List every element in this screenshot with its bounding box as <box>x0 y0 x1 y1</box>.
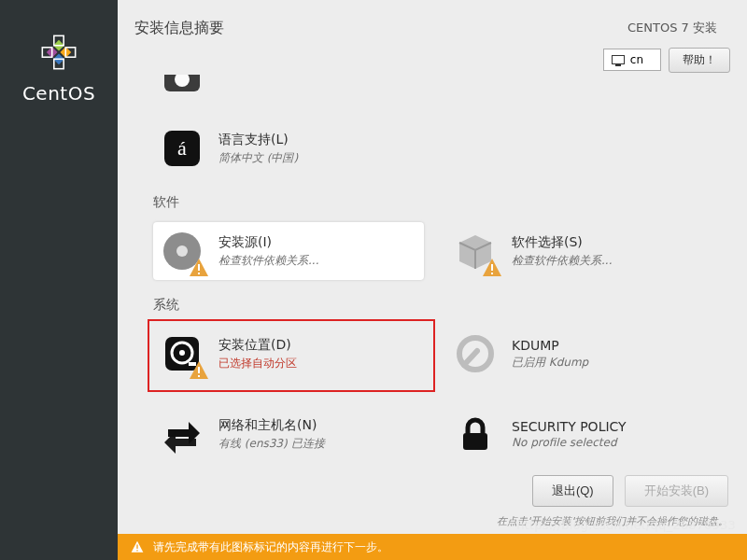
spoke-title: 网络和主机名(N) <box>218 417 325 434</box>
warning-text: 请先完成带有此图标标记的内容再进行下一步。 <box>153 539 388 555</box>
spoke-security-policy[interactable]: SECURITY POLICY No profile selected <box>446 405 717 463</box>
svg-rect-29 <box>463 433 487 450</box>
svg-line-28 <box>464 351 477 365</box>
help-button[interactable]: 帮助！ <box>669 48 730 73</box>
svg-rect-15 <box>198 264 200 271</box>
spoke-status: 有线 (ens33) 已连接 <box>218 436 325 452</box>
keyboard-icon <box>612 55 625 64</box>
warning-badge-icon <box>189 258 209 278</box>
svg-rect-26 <box>198 375 200 377</box>
spoke-status: 检查软件依赖关系... <box>218 253 318 269</box>
spoke-title: SECURITY POLICY <box>512 419 627 434</box>
section-software-label: 软件 <box>153 194 730 211</box>
network-icon <box>161 413 204 455</box>
lock-icon <box>454 413 497 455</box>
svg-point-13 <box>176 245 188 257</box>
spoke-status: 简体中文 (中国) <box>218 150 298 166</box>
svg-text:á: á <box>177 136 187 160</box>
svg-rect-32 <box>136 550 137 551</box>
centos-logo-icon <box>35 28 83 77</box>
spoke-install-destination[interactable]: 安装位置(D) 已选择自动分区 <box>153 325 424 383</box>
svg-rect-31 <box>136 544 137 548</box>
warning-badge-icon <box>189 360 209 381</box>
svg-rect-19 <box>491 273 493 274</box>
keyboard-layout-indicator[interactable]: cn <box>603 49 661 71</box>
spoke-status: 已选择自动分区 <box>218 356 297 371</box>
spoke-kdump[interactable]: KDUMP 已启用 Kdump <box>446 325 717 383</box>
spoke-install-source[interactable]: 安装源(I) 检查软件依赖关系... <box>153 222 424 280</box>
content: á 语言支持(L) 简体中文 (中国) 软件 <box>118 75 747 466</box>
spoke-title: 安装源(I) <box>218 234 318 251</box>
spoke-language-support[interactable]: á 语言支持(L) 简体中文 (中国) <box>153 119 424 177</box>
warning-badge-icon <box>482 258 502 278</box>
svg-rect-25 <box>198 367 200 373</box>
clock-icon <box>161 75 204 99</box>
keyboard-layout-text: cn <box>630 53 643 66</box>
svg-point-22 <box>179 350 185 356</box>
spoke-status: 检查软件依赖关系... <box>512 253 612 269</box>
spoke-status: 已启用 Kdump <box>512 355 588 371</box>
spoke-title: 安装位置(D) <box>218 337 297 354</box>
sidebar: CentOS <box>0 0 118 560</box>
spoke-title: 软件选择(S) <box>512 234 612 251</box>
spoke-network[interactable]: 网络和主机名(N) 有线 (ens33) 已连接 <box>153 405 424 463</box>
spoke-title: 语言支持(L) <box>218 132 298 148</box>
spoke-software-selection[interactable]: 软件选择(S) 检查软件依赖关系... <box>446 222 717 280</box>
spoke-title: KDUMP <box>512 338 588 353</box>
brand-label: CentOS <box>22 82 95 105</box>
warning-icon <box>131 540 144 553</box>
begin-install-button[interactable]: 开始安装(B) <box>625 475 728 507</box>
language-icon: á <box>161 127 204 170</box>
warning-banner: 请先完成带有此图标标记的内容再进行下一步。 <box>118 534 747 560</box>
page-title: 安装信息摘要 <box>134 19 224 38</box>
section-system-label: 系统 <box>153 297 730 314</box>
kdump-icon <box>454 332 497 375</box>
install-label: CENTOS 7 安装 <box>627 20 717 36</box>
svg-rect-18 <box>491 264 493 271</box>
footer-hint: 在点击'开始安装'按钮前我们并不会操作您的磁盘。 <box>118 511 747 534</box>
spoke-datetime-partial[interactable] <box>153 75 424 106</box>
main-panel: 安装信息摘要 CENTOS 7 安装 cn 帮助！ <box>118 0 747 560</box>
svg-rect-16 <box>198 273 200 274</box>
quit-button[interactable]: 退出(Q) <box>532 475 613 507</box>
spoke-status: No profile selected <box>512 436 627 449</box>
footer-buttons: 退出(Q) 开始安装(B) <box>118 466 747 511</box>
